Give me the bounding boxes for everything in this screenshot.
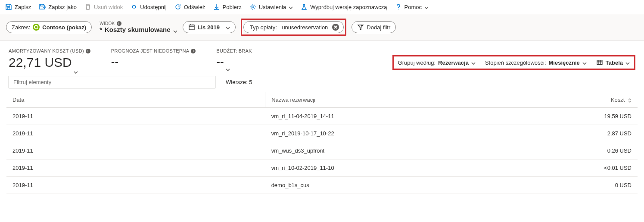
add-filter-label: Dodaj filtr bbox=[367, 24, 390, 31]
save-button[interactable]: Zapisz bbox=[5, 3, 31, 10]
scope-label: Zakres: bbox=[12, 24, 30, 31]
flask-icon bbox=[301, 3, 308, 10]
view-prefix: * bbox=[100, 26, 102, 33]
share-icon bbox=[131, 3, 137, 10]
rows-label-text: Wiersze: bbox=[226, 79, 248, 85]
save-as-icon bbox=[39, 3, 46, 10]
cell-date: 2019-11 bbox=[6, 108, 265, 125]
amortized-cost-value: 22,71 USD bbox=[9, 55, 72, 70]
table-header-row: Data Nazwa rezerwacji Koszt bbox=[6, 92, 638, 108]
budget-block: BUDŻET: BRAK -- bbox=[216, 48, 252, 69]
save-as-label: Zapisz jako bbox=[48, 4, 77, 10]
view-value: Koszty skumulowane bbox=[105, 26, 171, 33]
trash-icon bbox=[84, 3, 91, 10]
delete-view-button: Usuń widok bbox=[84, 3, 123, 10]
table-row[interactable]: 2019-11vm_ri_10-02-2019_11-10<0,01 USD bbox=[6, 159, 638, 177]
save-label: Zapisz bbox=[15, 4, 31, 10]
cell-date: 2019-11 bbox=[6, 177, 265, 194]
col-date[interactable]: Data bbox=[6, 92, 265, 108]
refresh-button[interactable]: Odśwież bbox=[174, 3, 205, 10]
amortized-cost-value-wrap[interactable]: 22,71 USD bbox=[9, 55, 90, 70]
cell-cost: 0,26 USD bbox=[530, 142, 638, 159]
date-selector[interactable]: Lis 2019 bbox=[183, 21, 236, 33]
share-label: Udostępnij bbox=[140, 4, 166, 10]
scope-value: Contoso (pokaz) bbox=[42, 24, 86, 31]
cell-cost: <0,01 USD bbox=[530, 159, 638, 177]
chevron-down-icon bbox=[173, 28, 177, 32]
try-preview-button[interactable]: Wypróbuj wersję zapoznawczą bbox=[301, 3, 387, 10]
view-selector[interactable]: WIDOK i * Koszty skumulowane bbox=[100, 21, 177, 33]
table-row[interactable]: 2019-11vm_wus_ds3_upfront0,26 USD bbox=[6, 142, 638, 159]
cell-date: 2019-11 bbox=[6, 125, 265, 142]
budget-value: -- bbox=[216, 55, 224, 69]
chevron-down-icon bbox=[471, 60, 476, 65]
help-label: Pomoc bbox=[404, 4, 422, 10]
forecast-value: -- bbox=[111, 55, 196, 69]
help-icon bbox=[395, 3, 402, 10]
add-filter-button[interactable]: Dodaj filtr bbox=[352, 21, 396, 33]
cell-cost: 0 USD bbox=[530, 177, 638, 194]
help-button[interactable]: Pomoc bbox=[395, 3, 429, 10]
table-row[interactable]: 2019-11vm_ri_2019-10-17_10-222,87 USD bbox=[6, 125, 638, 142]
try-preview-label: Wypróbuj wersję zapoznawczą bbox=[310, 4, 387, 10]
calendar-icon bbox=[188, 24, 195, 31]
scope-badge-icon bbox=[33, 24, 40, 31]
chevron-down-icon bbox=[74, 63, 78, 67]
col-reservation-name[interactable]: Nazwa rezerwacji bbox=[265, 92, 530, 108]
download-button[interactable]: Pobierz bbox=[213, 3, 242, 10]
clear-filter-button[interactable] bbox=[332, 24, 339, 31]
budget-value-wrap[interactable]: -- bbox=[216, 55, 252, 69]
chevron-down-icon bbox=[289, 5, 293, 9]
filter-highlight: Typ opłaty: unusedreservation bbox=[241, 19, 346, 36]
sort-icon bbox=[628, 98, 632, 103]
view-label: WIDOK bbox=[100, 21, 115, 26]
display-type-value: Tabela bbox=[606, 59, 623, 66]
chevron-down-icon bbox=[226, 62, 230, 66]
display-type-selector[interactable]: Tabela bbox=[596, 59, 630, 66]
group-by-value: Rezerwacja bbox=[438, 59, 469, 66]
gear-icon bbox=[249, 3, 256, 10]
col-cost[interactable]: Koszt bbox=[530, 92, 638, 108]
cell-reservation-name: vm_ri_10-02-2019_11-10 bbox=[265, 159, 530, 177]
date-value: Lis 2019 bbox=[198, 24, 220, 31]
filter-chip-value: unusedreservation bbox=[282, 24, 328, 31]
share-button[interactable]: Udostępnij bbox=[131, 3, 166, 10]
table-row[interactable]: 2019-11vm_ri_11-04-2019_14-1119,59 USD bbox=[6, 108, 638, 125]
table-filter-row: Wiersze: 5 bbox=[0, 74, 644, 92]
svg-point-0 bbox=[252, 6, 254, 8]
settings-button[interactable]: Ustawienia bbox=[249, 3, 293, 10]
cell-reservation-name: vm_ri_2019-10-17_10-22 bbox=[265, 125, 530, 142]
table-row[interactable]: 2019-11demo_b1s_cus0 USD bbox=[6, 177, 638, 194]
filter-chip-charge-type[interactable]: Typ opłaty: unusedreservation bbox=[243, 21, 344, 33]
toolbar: Zapisz Zapisz jako Usuń widok Udostępnij… bbox=[0, 0, 644, 14]
cell-cost: 2,87 USD bbox=[530, 125, 638, 142]
group-by-label: Grupuj według: bbox=[398, 59, 436, 66]
cell-reservation-name: demo_b1s_cus bbox=[265, 177, 530, 194]
group-by-selector[interactable]: Grupuj według: Rezerwacja bbox=[398, 59, 476, 66]
chevron-down-icon bbox=[424, 5, 429, 9]
cell-reservation-name: vm_ri_11-04-2019_14-11 bbox=[265, 108, 530, 125]
info-icon: i bbox=[86, 49, 90, 53]
controls-bar: Zakres: Contoso (pokaz) WIDOK i * Koszty… bbox=[0, 14, 644, 41]
scope-selector[interactable]: Zakres: Contoso (pokaz) bbox=[6, 21, 92, 33]
refresh-icon bbox=[174, 3, 181, 10]
forecast-block: PROGNOZA JEST NIEDOSTĘPNA i -- bbox=[111, 48, 196, 69]
chevron-down-icon bbox=[625, 60, 630, 65]
filter-items-input[interactable] bbox=[9, 76, 215, 88]
table-icon bbox=[596, 59, 603, 66]
cell-date: 2019-11 bbox=[6, 159, 265, 177]
refresh-label: Odśwież bbox=[184, 4, 205, 10]
svg-rect-1 bbox=[189, 25, 194, 30]
settings-label: Ustawienia bbox=[259, 4, 286, 10]
granularity-selector[interactable]: Stopień szczegółowości: Miesięcznie bbox=[485, 59, 587, 66]
filter-chip-label: Typ opłaty: bbox=[250, 24, 277, 31]
rows-count-value: 5 bbox=[249, 79, 252, 85]
cell-cost: 19,59 USD bbox=[530, 108, 638, 125]
info-icon: i bbox=[191, 49, 196, 53]
download-label: Pobierz bbox=[223, 4, 242, 10]
info-icon: i bbox=[117, 21, 121, 26]
cost-table: Data Nazwa rezerwacji Koszt 2019-11vm_ri… bbox=[6, 92, 638, 194]
cell-date: 2019-11 bbox=[6, 142, 265, 159]
amortized-cost-block: AMORTYZOWANY KOSZT (USD) i 22,71 USD bbox=[9, 48, 90, 70]
save-as-button[interactable]: Zapisz jako bbox=[39, 3, 77, 10]
